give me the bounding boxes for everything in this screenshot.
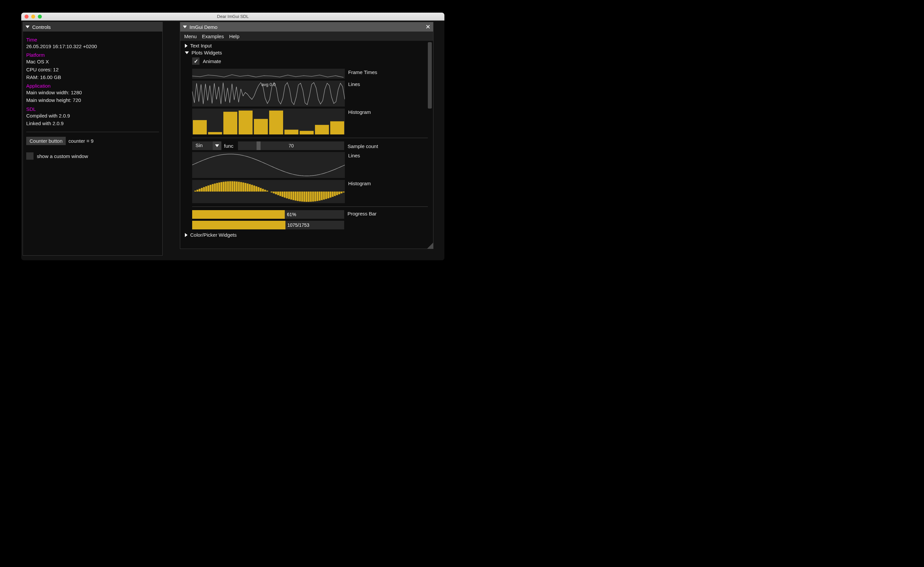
svg-rect-66	[314, 192, 316, 201]
svg-rect-0	[193, 120, 207, 135]
collapse-icon[interactable]	[26, 26, 30, 28]
menu-help[interactable]: Help	[229, 33, 239, 39]
animate-label: Animate	[203, 58, 221, 64]
tree-color-picker[interactable]: Color/Picker Widgets	[185, 231, 428, 238]
chevron-down-icon	[185, 51, 189, 54]
svg-rect-43	[264, 189, 266, 192]
controls-panel: Controls Time 26.05.2019 16:17:10.322 +0…	[22, 22, 163, 256]
tree-plots-widgets[interactable]: Plots Widgets	[185, 49, 428, 56]
demo-menubar: Menu Examples Help	[180, 32, 433, 41]
sample-count-slider[interactable]: 70	[238, 141, 344, 150]
svg-rect-13	[199, 189, 201, 192]
func-combo[interactable]: Sin	[192, 141, 221, 150]
svg-rect-7	[300, 131, 314, 135]
checkbox-icon[interactable]	[192, 57, 200, 65]
tree-text-input[interactable]: Text Input	[185, 42, 428, 49]
svg-rect-68	[319, 192, 321, 201]
svg-rect-56	[292, 192, 294, 200]
separator	[26, 132, 159, 132]
checkbox-icon[interactable]	[26, 152, 33, 160]
func-label: func	[224, 143, 233, 149]
counter-button[interactable]: Counter button	[26, 137, 66, 145]
tree-label: Text Input	[190, 43, 212, 48]
svg-rect-34	[244, 183, 247, 192]
plot-frame-times	[192, 69, 345, 79]
svg-rect-23	[220, 182, 222, 192]
svg-rect-33	[242, 183, 244, 192]
svg-rect-19	[212, 184, 214, 192]
svg-rect-64	[310, 192, 312, 202]
platform-heading: Platform	[26, 52, 159, 58]
chevron-right-icon	[185, 233, 188, 237]
svg-rect-48	[275, 192, 277, 194]
controls-titlebar[interactable]: Controls	[23, 22, 162, 32]
custom-window-checkbox[interactable]: show a custom window	[26, 152, 88, 160]
animate-checkbox[interactable]: Animate	[192, 57, 221, 65]
svg-rect-61	[303, 192, 305, 202]
window-height: Main window height: 720	[26, 96, 159, 104]
svg-rect-70	[323, 192, 325, 200]
func-value: Sin	[192, 141, 213, 150]
progress-fill	[192, 221, 285, 230]
svg-rect-26	[227, 181, 229, 192]
svg-rect-30	[236, 182, 238, 192]
svg-rect-78	[340, 192, 342, 194]
svg-rect-54	[288, 192, 290, 199]
resize-grip[interactable]	[427, 243, 433, 249]
svg-rect-65	[312, 192, 314, 201]
plot-label: Histogram	[348, 108, 371, 115]
plot-label: Lines	[348, 81, 360, 87]
svg-rect-42	[262, 189, 264, 192]
scrollbar[interactable]	[428, 42, 432, 108]
svg-rect-69	[321, 192, 323, 200]
svg-rect-4	[254, 119, 268, 135]
counter-value: counter = 9	[68, 137, 93, 145]
svg-rect-46	[271, 192, 273, 192]
progress-fill	[192, 210, 285, 219]
svg-rect-47	[273, 192, 275, 194]
svg-rect-35	[247, 184, 249, 192]
svg-rect-77	[338, 192, 340, 194]
svg-rect-16	[205, 186, 207, 192]
menu-examples[interactable]: Examples	[202, 33, 224, 39]
svg-rect-6	[284, 130, 298, 135]
close-icon[interactable]: ✕	[426, 24, 430, 30]
plot-overlay-text: avg 0.0	[192, 82, 345, 87]
time-value: 26.05.2019 16:17:10.322 +0200	[26, 42, 159, 50]
svg-rect-39	[255, 186, 258, 192]
tree-label: Plots Widgets	[192, 50, 222, 56]
collapse-icon[interactable]	[183, 26, 187, 28]
slider-handle[interactable]	[256, 141, 261, 150]
svg-rect-22	[218, 183, 220, 192]
menu-menu[interactable]: Menu	[184, 33, 197, 39]
separator	[192, 207, 428, 207]
demo-titlebar[interactable]: ImGui Demo ✕	[180, 22, 433, 32]
slider-value: 70	[289, 143, 294, 148]
application-heading: Application	[26, 83, 159, 88]
tree-label: Color/Picker Widgets	[190, 232, 237, 238]
svg-rect-1	[208, 132, 222, 135]
platform-os: Mac OS X	[26, 58, 159, 65]
svg-rect-32	[240, 182, 242, 192]
svg-rect-9	[330, 121, 344, 135]
custom-window-label: show a custom window	[37, 153, 88, 159]
chevron-down-icon[interactable]	[213, 141, 221, 150]
progress-text: 1075/1753	[287, 222, 309, 228]
svg-rect-79	[342, 192, 345, 192]
svg-rect-53	[286, 192, 288, 198]
plot-lines-sin	[192, 152, 345, 178]
plot-histogram-sin	[192, 180, 345, 203]
controls-title: Controls	[32, 24, 51, 30]
titlebar[interactable]: Dear ImGui SDL	[21, 13, 444, 21]
plot-lines: avg 0.0	[192, 81, 345, 106]
svg-rect-74	[332, 192, 334, 197]
svg-rect-24	[223, 182, 225, 192]
demo-panel: ImGui Demo ✕ Menu Examples Help Text Inp…	[180, 22, 434, 249]
svg-rect-49	[277, 192, 279, 195]
svg-rect-51	[282, 192, 284, 197]
plot-label: Lines	[348, 152, 360, 158]
svg-rect-28	[231, 181, 233, 192]
svg-rect-40	[258, 187, 260, 192]
svg-rect-31	[238, 182, 240, 192]
svg-rect-58	[297, 192, 299, 201]
